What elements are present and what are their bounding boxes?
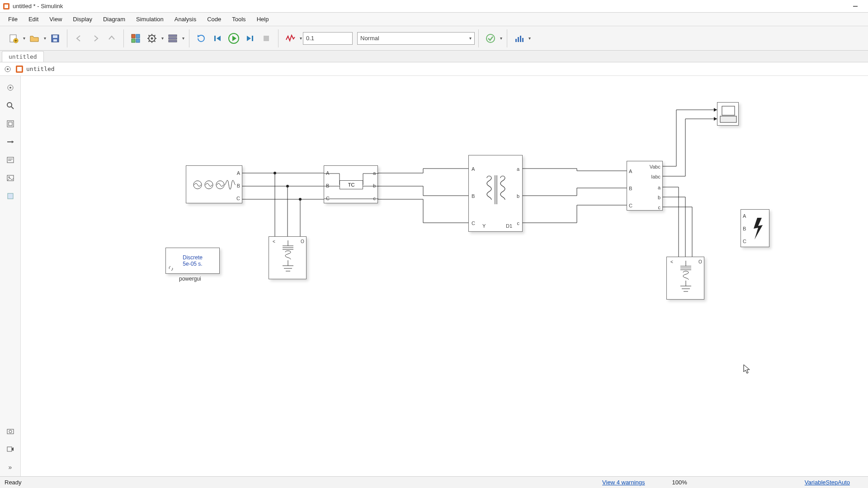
window-title: untitled * - Simulink <box>13 3 63 9</box>
status-zoom[interactable]: 100% <box>672 479 687 486</box>
meas-port-A: A <box>629 169 632 174</box>
powergui-line2: 5e-05 s. <box>183 261 202 267</box>
new-model-dropdown[interactable]: ▾ <box>22 36 26 41</box>
series-comp-wires-icon <box>324 166 378 204</box>
svg-marker-51 <box>12 141 14 143</box>
expand-sidebar-button[interactable]: » <box>4 461 17 474</box>
svg-rect-9 <box>53 39 57 42</box>
svg-rect-52 <box>7 157 14 163</box>
svg-line-20 <box>149 35 150 36</box>
model-explorer-button[interactable] <box>165 31 180 46</box>
three-phase-source-icon <box>186 166 243 204</box>
signal-logging-dropdown[interactable]: ▾ <box>298 36 303 41</box>
statusbar: Ready View 4 warnings 100% VariableStepA… <box>0 476 868 488</box>
svg-marker-32 <box>247 36 251 41</box>
menu-display[interactable]: Display <box>68 14 97 24</box>
svg-text:<: < <box>273 239 275 244</box>
build-button[interactable] <box>483 31 498 46</box>
up-button[interactable] <box>104 31 119 46</box>
menu-diagram[interactable]: Diagram <box>99 14 130 24</box>
block-three-phase-transformer[interactable]: A B C a b c Y D1 <box>468 155 523 232</box>
back-button[interactable] <box>72 31 86 46</box>
zoom-fit-button[interactable] <box>4 99 17 112</box>
toggle-sample-time-button[interactable] <box>4 136 17 148</box>
meas-port-Iabc: Iabc <box>651 174 660 179</box>
menu-analysis[interactable]: Analysis <box>170 14 201 24</box>
status-warnings-link[interactable]: View 4 warnings <box>602 479 645 486</box>
annotations-button[interactable] <box>4 154 17 166</box>
open-dropdown[interactable]: ▾ <box>42 36 47 41</box>
svg-rect-60 <box>7 447 12 451</box>
signal-logging-button[interactable] <box>283 31 297 46</box>
svg-rect-12 <box>132 39 135 42</box>
titlebar: untitled * - Simulink <box>0 0 868 13</box>
menu-file[interactable]: File <box>4 14 22 24</box>
block-three-phase-measurement[interactable]: A B C Vabc Iabc a b c <box>627 161 663 211</box>
svg-rect-89 <box>722 106 735 115</box>
svg-rect-28 <box>214 36 216 41</box>
screenshot-button[interactable] <box>4 425 17 437</box>
library-browser-button[interactable] <box>128 31 143 46</box>
block-three-phase-fault[interactable]: A B C <box>741 209 769 247</box>
svg-point-15 <box>151 37 153 39</box>
area-button[interactable] <box>4 190 17 202</box>
stop-time-input[interactable] <box>303 32 353 45</box>
hide-show-explorer-button[interactable] <box>4 81 17 94</box>
block-three-phase-source[interactable]: A B C <box>186 165 242 203</box>
stop-button[interactable] <box>259 31 274 46</box>
block-three-phase-load-1[interactable]: < O <box>269 236 307 279</box>
forward-button[interactable] <box>88 31 103 46</box>
record-button[interactable] <box>4 443 17 455</box>
build-dropdown[interactable]: ▾ <box>499 36 503 41</box>
status-ready: Ready <box>5 479 22 486</box>
open-button[interactable] <box>27 31 42 46</box>
block-scope[interactable] <box>717 102 739 126</box>
simulation-mode-value: Normal <box>360 35 379 42</box>
block-series-compensator[interactable]: A B C a b c TC <box>324 165 378 203</box>
svg-point-46 <box>7 103 12 107</box>
minimize-button[interactable] <box>845 0 865 12</box>
svg-rect-33 <box>252 36 253 41</box>
menu-edit[interactable]: Edit <box>24 14 43 24</box>
model-config-button[interactable] <box>145 31 159 46</box>
menu-help[interactable]: Help <box>252 14 274 24</box>
menu-view[interactable]: View <box>45 14 66 24</box>
data-inspector-dropdown[interactable]: ▾ <box>527 36 532 41</box>
run-button[interactable] <box>226 31 241 46</box>
new-model-button[interactable] <box>6 31 21 46</box>
model-explorer-dropdown[interactable]: ▾ <box>181 36 185 41</box>
svg-marker-71 <box>714 108 717 112</box>
status-solver-link[interactable]: VariableStepAuto <box>805 479 850 486</box>
tab-untitled[interactable]: untitled <box>2 51 44 62</box>
svg-rect-43 <box>17 67 22 71</box>
image-button[interactable] <box>4 172 17 184</box>
nav-history-button[interactable] <box>3 64 13 74</box>
meas-port-C: C <box>629 203 632 208</box>
model-config-dropdown[interactable]: ▾ <box>160 36 165 41</box>
meas-port-b-out: b <box>658 195 660 200</box>
canvas[interactable]: Discrete 5e-05 s. powergui A B C A B C <box>21 76 868 476</box>
meas-port-c-out: c <box>658 205 661 210</box>
step-back-button[interactable] <box>210 31 225 46</box>
svg-rect-8 <box>53 35 57 38</box>
menu-simulation[interactable]: Simulation <box>132 14 168 24</box>
block-powergui[interactable]: Discrete 5e-05 s. <box>165 248 220 274</box>
fit-to-view-button[interactable] <box>4 117 17 130</box>
scope-icon <box>717 103 739 126</box>
menu-tools[interactable]: Tools <box>227 14 250 24</box>
fast-restart-button[interactable] <box>194 31 208 46</box>
block-three-phase-load-2[interactable]: < O <box>666 257 704 300</box>
transformer-icon <box>469 155 523 232</box>
data-inspector-button[interactable] <box>512 31 526 46</box>
svg-rect-10 <box>132 34 135 38</box>
step-forward-button[interactable] <box>243 31 257 46</box>
save-button[interactable] <box>48 31 62 46</box>
source-port-c-label: C <box>236 196 240 201</box>
svg-point-35 <box>486 34 495 42</box>
svg-rect-38 <box>520 36 521 42</box>
source-port-a-label: A <box>237 170 240 176</box>
simulation-mode-select[interactable]: Normal ▾ <box>357 32 475 45</box>
breadcrumb-model-name[interactable]: untitled <box>26 66 55 72</box>
menu-code[interactable]: Code <box>203 14 226 24</box>
svg-rect-1 <box>5 5 8 8</box>
